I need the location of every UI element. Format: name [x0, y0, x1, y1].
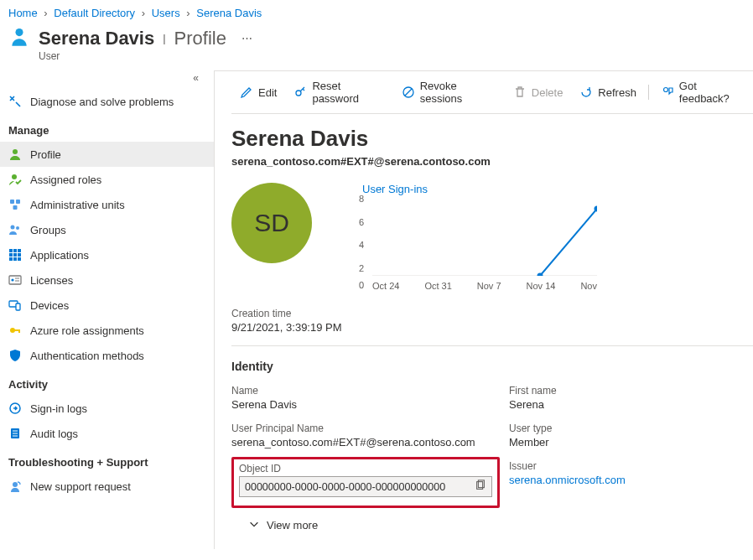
sidebar-heading-manage: Manage — [0, 114, 214, 142]
key-icon — [8, 324, 22, 337]
breadcrumb-home[interactable]: Home — [8, 7, 38, 19]
license-icon — [8, 273, 22, 287]
button-label: Revoke sessions — [420, 80, 496, 105]
support-icon — [8, 480, 22, 493]
signin-icon — [8, 402, 22, 415]
refresh-button[interactable]: Refresh — [571, 84, 645, 101]
edit-button[interactable]: Edit — [231, 84, 285, 101]
svg-rect-15 — [13, 257, 17, 261]
sidebar-item-groups[interactable]: Groups — [0, 217, 214, 242]
sidebar-item-applications[interactable]: Applications — [0, 242, 214, 267]
refresh-icon — [579, 86, 593, 99]
sidebar-heading-activity: Activity — [0, 368, 214, 396]
sidebar-item-audit-logs[interactable]: Audit logs — [0, 421, 214, 446]
chevron-right-icon: › — [183, 7, 193, 19]
field-label-issuer: Issuer — [509, 460, 753, 472]
log-icon — [8, 427, 22, 440]
trash-icon — [513, 86, 527, 99]
sidebar-item-label: Audit logs — [30, 428, 78, 440]
ytick: 0 — [359, 280, 364, 290]
breadcrumb: Home › Default Directory › Users › Seren… — [0, 0, 753, 23]
shield-icon — [8, 349, 22, 362]
svg-point-1 — [13, 149, 18, 154]
sidebar-item-label: Devices — [30, 299, 69, 312]
sidebar-item-label: New support request — [30, 480, 131, 493]
svg-rect-3 — [10, 200, 14, 204]
breadcrumb-users[interactable]: Users — [152, 7, 180, 19]
feedback-button[interactable]: Got feedback? — [652, 78, 753, 106]
button-label: Refresh — [598, 86, 636, 99]
creation-time-block: Creation time 9/21/2021, 3:39:19 PM — [231, 291, 753, 346]
xtick: Oct 31 — [424, 281, 451, 291]
object-id-highlight: Object ID 00000000-0000-0000-0000-000000… — [231, 457, 500, 508]
button-label: Reset password — [312, 80, 384, 105]
identity-heading: Identity — [231, 346, 753, 381]
copy-icon[interactable] — [475, 480, 486, 494]
ytick: 2 — [359, 263, 364, 273]
field-label-usertype: User type — [509, 423, 753, 434]
xtick: Oct 24 — [372, 281, 399, 291]
pencil-icon — [240, 86, 253, 99]
field-label-objectid: Object ID — [239, 463, 492, 474]
sidebar-item-label: Sign-in logs — [30, 402, 87, 415]
ytick: 6 — [359, 217, 364, 227]
svg-rect-22 — [16, 303, 20, 310]
sidebar-item-new-support[interactable]: New support request — [0, 474, 214, 499]
field-label-firstname: First name — [509, 385, 753, 397]
sidebar-item-profile[interactable]: Profile — [0, 142, 214, 167]
revoke-sessions-button[interactable]: Revoke sessions — [393, 78, 505, 106]
page-title-name: Serena Davis — [39, 28, 154, 49]
sidebar-item-auth-methods[interactable]: Authentication methods — [0, 343, 214, 368]
object-id-value: 00000000-0000-0000-0000-000000000000 — [245, 481, 470, 493]
creation-time-value: 9/21/2021, 3:39:19 PM — [231, 319, 753, 334]
button-label: Edit — [258, 86, 277, 99]
field-value-upn: serena_contoso.com#EXT#@serena.contoso.c… — [231, 434, 475, 449]
content-pane: Edit Reset password Revoke sessions Dele… — [214, 70, 753, 549]
sidebar-item-assigned-roles[interactable]: Assigned roles — [0, 167, 214, 192]
sidebar-item-label: Diagnose and solve problems — [30, 96, 174, 108]
svg-point-35 — [663, 88, 667, 92]
button-label: Delete — [532, 86, 563, 99]
svg-rect-10 — [18, 249, 21, 252]
breadcrumb-directory[interactable]: Default Directory — [54, 7, 135, 19]
sidebar-item-azure-roles[interactable]: Azure role assignments — [0, 318, 214, 343]
collapse-sidebar-icon[interactable]: « — [0, 70, 214, 89]
sidebar-item-label: Azure role assignments — [30, 324, 144, 337]
more-icon[interactable]: ⋯ — [235, 32, 252, 44]
sidebar-item-label: Groups — [30, 224, 66, 236]
object-id-field[interactable]: 00000000-0000-0000-0000-000000000000 — [239, 476, 492, 497]
org-icon — [8, 198, 22, 211]
wrench-cross-icon — [8, 95, 22, 108]
issuer-link[interactable]: serena.onmicrosoft.com — [509, 474, 626, 486]
svg-rect-4 — [16, 200, 20, 204]
command-bar: Edit Reset password Revoke sessions Dele… — [231, 71, 753, 114]
sidebar-item-diagnose[interactable]: Diagnose and solve problems — [0, 89, 214, 114]
page-title-role: User — [0, 50, 753, 62]
reset-password-button[interactable]: Reset password — [285, 78, 392, 106]
sidebar-item-admin-units[interactable]: Administrative units — [0, 192, 214, 217]
svg-point-18 — [11, 278, 13, 281]
sidebar-item-licenses[interactable]: Licenses — [0, 267, 214, 293]
field-label-upn: User Principal Name — [231, 423, 475, 434]
view-more-toggle[interactable]: View more — [231, 508, 753, 549]
profile-name-heading: Serena Davis — [231, 114, 753, 155]
sidebar-item-devices[interactable]: Devices — [0, 293, 214, 318]
delete-button: Delete — [505, 84, 572, 101]
svg-rect-17 — [9, 276, 21, 284]
sidebar-item-label: Authentication methods — [30, 350, 144, 362]
user-icon — [8, 26, 30, 50]
sidebar-item-signin-logs[interactable]: Sign-in logs — [0, 396, 214, 421]
svg-rect-5 — [13, 205, 18, 210]
signins-link[interactable]: User Sign-ins — [362, 183, 753, 195]
sidebar-item-label: Licenses — [30, 274, 73, 287]
svg-rect-9 — [13, 249, 17, 252]
svg-rect-25 — [18, 329, 20, 333]
svg-point-7 — [16, 226, 19, 230]
sidebar-heading-troubleshoot: Troubleshooting + Support — [0, 446, 214, 474]
xtick: Nov 14 — [527, 281, 556, 291]
view-more-label: View more — [267, 519, 318, 531]
breadcrumb-current[interactable]: Serena Davis — [196, 7, 262, 19]
svg-point-2 — [12, 174, 17, 179]
person-icon — [8, 148, 22, 161]
field-value-firstname: Serena — [509, 397, 753, 411]
